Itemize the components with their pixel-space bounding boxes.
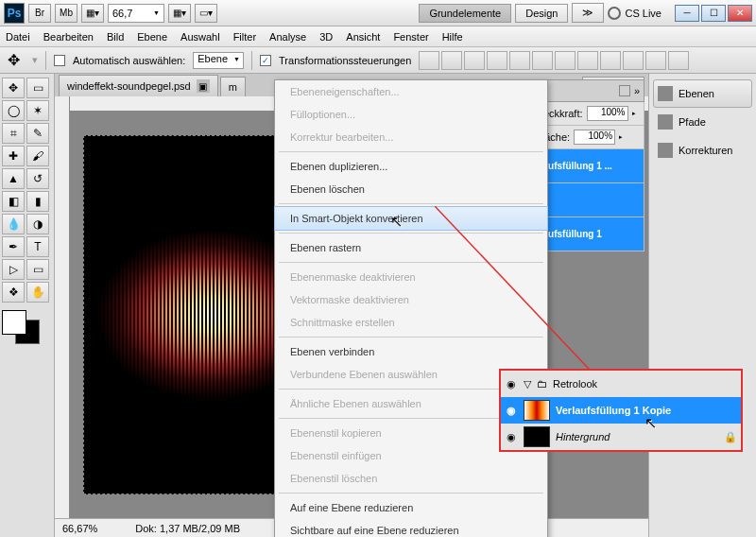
wand-tool[interactable]: ✶ <box>26 100 49 121</box>
layer-thumbnail[interactable] <box>524 400 550 421</box>
layer-thumbnail[interactable] <box>524 426 550 447</box>
ctx-item: Ebenenstil löschen <box>275 467 547 490</box>
layer-row-background[interactable]: ◉ Hintergrund 🔒 <box>501 424 741 450</box>
stamp-tool[interactable]: ▲ <box>2 168 25 189</box>
heal-tool[interactable]: ✚ <box>2 146 25 166</box>
workspace-essentials[interactable]: Grundelemente <box>419 4 511 23</box>
layer-item[interactable]: ·laufsfüllung 1 ... <box>531 149 644 183</box>
visibility-icon[interactable]: ◉ <box>505 431 518 443</box>
folder-icon: 🗀 <box>537 378 547 390</box>
panel-label: Ebenen <box>679 88 714 99</box>
opacity-value[interactable]: 100% <box>587 106 628 121</box>
screen-mode-button[interactable]: ▭▾ <box>195 4 217 23</box>
layers-panel-header[interactable]: » <box>531 79 644 102</box>
panel-korrekturen[interactable]: Korrekturen <box>653 136 752 165</box>
align-icon[interactable] <box>532 51 553 70</box>
distribute-icon[interactable] <box>645 51 666 70</box>
minibridge-button[interactable]: Mb <box>55 4 77 23</box>
panel-pfade[interactable]: Pfade <box>653 108 752 136</box>
close-button[interactable]: ✕ <box>728 5 752 22</box>
title-bar: Ps Br Mb ▦▾ 66,7 ▦▾ ▭▾ Grundelemente Des… <box>0 0 756 26</box>
document-tab[interactable]: m <box>220 77 246 96</box>
document-tab[interactable]: windeffekt-soundpegel.psd ▣ <box>59 75 218 96</box>
eraser-tool[interactable]: ◧ <box>2 191 25 212</box>
ctx-item[interactable]: Sichtbare auf eine Ebene reduzieren <box>275 519 547 537</box>
view-rulers-button[interactable]: ▦▾ <box>81 4 104 23</box>
cslive-button[interactable]: CS Live <box>625 8 662 19</box>
vertical-ruler[interactable] <box>55 96 70 518</box>
autoselect-checkbox[interactable] <box>54 55 65 66</box>
status-zoom[interactable]: 66,67% <box>62 523 97 534</box>
panel-dock: Ebenen Pfade Korrekturen <box>648 74 756 537</box>
ctx-item[interactable]: Ebenen duplizieren... <box>275 155 547 178</box>
dodge-tool[interactable]: ◑ <box>26 214 49 234</box>
layer-name[interactable]: Hintergrund <box>556 431 610 442</box>
distribute-icon[interactable] <box>668 51 689 70</box>
history-brush-tool[interactable]: ↺ <box>26 168 49 189</box>
minimize-button[interactable]: ─ <box>675 5 699 22</box>
folder-collapse-icon[interactable]: ▽ <box>524 378 531 390</box>
type-tool[interactable]: T <box>26 236 49 257</box>
shape-tool[interactable]: ▭ <box>26 259 49 280</box>
crop-tool[interactable]: ⌗ <box>2 123 25 144</box>
eyedropper-tool[interactable]: ✎ <box>26 123 49 144</box>
color-swatches[interactable] <box>2 310 43 344</box>
distribute-icon[interactable] <box>555 51 576 70</box>
lasso-tool[interactable]: ◯ <box>2 100 25 121</box>
gradient-tool[interactable]: ▮ <box>26 191 49 212</box>
arrange-button[interactable]: ▦▾ <box>168 4 191 23</box>
cslive-icon <box>608 7 621 20</box>
transform-controls-checkbox[interactable]: ✓ <box>260 55 271 66</box>
distribute-icon[interactable] <box>600 51 621 70</box>
move-tool[interactable]: ✥ <box>2 78 25 98</box>
marquee-tool[interactable]: ▭ <box>26 78 49 98</box>
menu-ebene[interactable]: Ebene <box>137 31 167 43</box>
menu-fenster[interactable]: Fenster <box>393 31 428 43</box>
align-icon[interactable] <box>509 51 530 70</box>
ctx-item[interactable]: Ebenen löschen <box>275 178 547 200</box>
menu-bild[interactable]: Bild <box>107 31 124 43</box>
menu-filter[interactable]: Filter <box>233 31 256 43</box>
menu-hilfe[interactable]: Hilfe <box>442 31 463 43</box>
align-icon[interactable] <box>441 51 462 70</box>
menu-bearbeiten[interactable]: Bearbeiten <box>43 31 94 43</box>
align-icon[interactable] <box>419 51 439 70</box>
hand-tool[interactable]: ✋ <box>26 282 49 303</box>
panel-ebenen[interactable]: Ebenen <box>653 79 752 108</box>
workspace-design[interactable]: Design <box>515 4 568 23</box>
fill-value[interactable]: 100% <box>574 130 615 145</box>
workspace-more[interactable]: ≫ <box>572 3 604 23</box>
zoom-dropdown[interactable]: 66,7 <box>108 4 164 23</box>
chevron-right-icon[interactable]: » <box>634 85 640 96</box>
blur-tool[interactable]: 💧 <box>2 214 25 234</box>
distribute-icon[interactable] <box>623 51 644 70</box>
foreground-color-swatch[interactable] <box>2 310 26 335</box>
ctx-item[interactable]: Auf eine Ebene reduzieren <box>275 496 547 519</box>
app-logo: Ps <box>4 3 25 24</box>
bridge-button[interactable]: Br <box>28 4 51 23</box>
menu-3d[interactable]: 3D <box>319 31 333 43</box>
close-tab-icon[interactable]: ▣ <box>197 79 210 93</box>
annotation-line <box>435 206 624 395</box>
menu-datei[interactable]: Datei <box>6 31 30 43</box>
menu-auswahl[interactable]: Auswahl <box>180 31 220 43</box>
menu-analyse[interactable]: Analyse <box>269 31 306 43</box>
3d-tool[interactable]: ❖ <box>2 282 25 303</box>
distribute-icon[interactable] <box>577 51 598 70</box>
panel-menu-icon[interactable] <box>619 85 630 96</box>
visibility-icon[interactable]: ◉ <box>505 405 518 417</box>
status-docsize[interactable]: Dok: 1,37 MB/2,09 MB <box>135 523 240 534</box>
autoselect-target-dropdown[interactable]: Ebene <box>193 52 244 69</box>
layer-name[interactable]: Verlaufsfüllung 1 Kopie <box>556 405 671 416</box>
layer-name[interactable]: Retrolook <box>553 378 597 390</box>
align-icon[interactable] <box>487 51 507 70</box>
visibility-icon[interactable]: ◉ <box>505 378 518 390</box>
layer-row-selected[interactable]: ◉ Verlaufsfüllung 1 Kopie <box>501 397 741 424</box>
maximize-button[interactable]: ☐ <box>701 5 726 22</box>
pen-tool[interactable]: ✒ <box>2 236 25 257</box>
layer-row-group[interactable]: ◉ ▽ 🗀 Retrolook <box>501 371 741 397</box>
menu-ansicht[interactable]: Ansicht <box>346 31 380 43</box>
brush-tool[interactable]: 🖌 <box>26 146 49 166</box>
align-icon[interactable] <box>464 51 485 70</box>
path-select-tool[interactable]: ▷ <box>2 259 25 280</box>
